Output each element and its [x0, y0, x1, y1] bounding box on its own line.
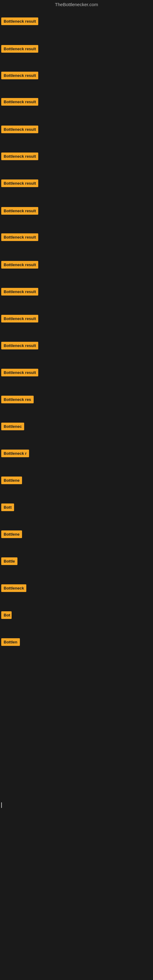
- bottleneck-badge-8[interactable]: Bottleneck result: [1, 207, 38, 215]
- cursor-indicator: [1, 802, 2, 808]
- bottleneck-badge-14[interactable]: Bottleneck result: [1, 369, 38, 376]
- bottleneck-badge-3[interactable]: Bottleneck result: [1, 72, 38, 79]
- result-row-21[interactable]: Bottle: [1, 557, 18, 566]
- bottleneck-badge-24[interactable]: Bottlen: [1, 638, 20, 646]
- result-row-13[interactable]: Bottleneck result: [1, 342, 38, 351]
- result-row-4[interactable]: Bottleneck result: [1, 98, 38, 107]
- bottleneck-badge-2[interactable]: Bottleneck result: [1, 45, 38, 52]
- result-row-20[interactable]: Bottlene: [1, 530, 22, 539]
- result-row-1[interactable]: Bottleneck result: [1, 18, 38, 26]
- result-row-7[interactable]: Bottleneck result: [1, 180, 38, 188]
- result-row-15[interactable]: Bottleneck res: [1, 396, 33, 404]
- bottleneck-badge-15[interactable]: Bottleneck res: [1, 396, 33, 403]
- result-row-6[interactable]: Bottleneck result: [1, 153, 38, 161]
- result-row-8[interactable]: Bottleneck result: [1, 207, 38, 216]
- result-row-18[interactable]: Bottlene: [1, 477, 22, 485]
- bottleneck-badge-4[interactable]: Bottleneck result: [1, 98, 38, 106]
- result-row-17[interactable]: Bottleneck r: [1, 450, 29, 458]
- bottleneck-badge-5[interactable]: Bottleneck result: [1, 126, 38, 133]
- bottleneck-badge-20[interactable]: Bottlene: [1, 530, 22, 538]
- result-row-14[interactable]: Bottleneck result: [1, 369, 38, 378]
- bottleneck-badge-21[interactable]: Bottle: [1, 557, 18, 565]
- bottleneck-badge-22[interactable]: Bottleneck: [1, 584, 26, 592]
- bottleneck-badge-1[interactable]: Bottleneck result: [1, 18, 38, 25]
- bottleneck-badge-16[interactable]: Bottlenec: [1, 423, 24, 430]
- result-row-12[interactable]: Bottleneck result: [1, 315, 38, 324]
- result-row-24[interactable]: Bottlen: [1, 638, 20, 647]
- site-title-container: TheBottlenecker.com: [0, 0, 153, 9]
- result-row-10[interactable]: Bottleneck result: [1, 261, 38, 270]
- result-row-3[interactable]: Bottleneck result: [1, 72, 38, 81]
- bottleneck-badge-9[interactable]: Bottleneck result: [1, 233, 38, 241]
- result-row-23[interactable]: Bot: [1, 611, 12, 620]
- bottleneck-badge-7[interactable]: Bottleneck result: [1, 180, 38, 187]
- bottleneck-badge-23[interactable]: Bot: [1, 611, 12, 619]
- result-row-16[interactable]: Bottlenec: [1, 423, 24, 431]
- bottleneck-badge-6[interactable]: Bottleneck result: [1, 153, 38, 160]
- result-row-2[interactable]: Bottleneck result: [1, 45, 38, 54]
- bottleneck-badge-12[interactable]: Bottleneck result: [1, 315, 38, 323]
- result-row-11[interactable]: Bottleneck result: [1, 288, 38, 297]
- result-row-5[interactable]: Bottleneck result: [1, 126, 38, 134]
- bottleneck-badge-13[interactable]: Bottleneck result: [1, 342, 38, 350]
- bottleneck-badge-18[interactable]: Bottlene: [1, 477, 22, 484]
- bottleneck-badge-19[interactable]: Bott: [1, 503, 14, 511]
- result-row-9[interactable]: Bottleneck result: [1, 233, 38, 242]
- result-row-22[interactable]: Bottleneck: [1, 584, 26, 593]
- bottleneck-badge-10[interactable]: Bottleneck result: [1, 261, 38, 269]
- result-row-19[interactable]: Bott: [1, 503, 14, 512]
- bottleneck-badge-17[interactable]: Bottleneck r: [1, 450, 29, 457]
- bottleneck-badge-11[interactable]: Bottleneck result: [1, 288, 38, 296]
- site-title: TheBottlenecker.com: [55, 2, 98, 7]
